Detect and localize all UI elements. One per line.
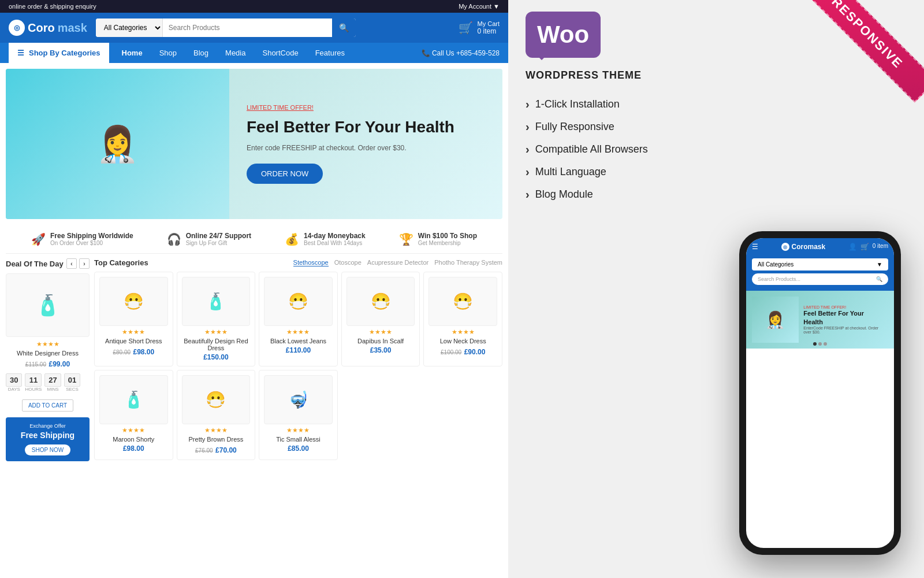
countdown-mins: 27 (44, 373, 61, 387)
prev-arrow[interactable]: ‹ (66, 258, 77, 269)
nav-shop[interactable]: Shop (152, 43, 184, 63)
product-name-1: Antique Short Dress (99, 338, 168, 344)
phone-search-area: All Categories ▼ Search Products... 🔍 (746, 255, 894, 291)
countdown-hours: 11 (25, 373, 42, 387)
product-stars-2: ★★★★ (182, 328, 251, 336)
categories-header: Top Categories Stethoscope Otoscope Acup… (94, 258, 502, 267)
phone-dot-1 (813, 342, 817, 346)
hero-title: Feel Better For Your Health (247, 117, 485, 138)
tab-photho[interactable]: Photho Therapy System (434, 259, 502, 266)
tab-otoscope[interactable]: Otoscope (334, 259, 362, 266)
product-price-4: £35.00 (346, 346, 415, 354)
menu-icon: ☰ (17, 49, 24, 57)
search-button[interactable]: 🔍 (332, 18, 356, 37)
nav-shortcode[interactable]: ShortCode (255, 43, 305, 63)
deal-section: Deal Of The Day ‹ › 🧴 ★★★★ White Designe… (6, 258, 90, 461)
phone-mockup: ☰ ◎ Coromask 👤 🛒 0 item All Categ (710, 231, 924, 578)
deal-title: Deal Of The Day (6, 260, 64, 268)
product-price-3: £110.00 (264, 346, 333, 354)
feature-moneyback: 💰 14-day Moneyback Best Deal With 14days (285, 232, 366, 246)
phone-search-input[interactable]: Search Products... 🔍 (752, 273, 888, 285)
categories-label: Shop By Categories (29, 49, 100, 57)
cart-area[interactable]: 🛒 My Cart 0 item (459, 20, 500, 35)
phone-cat-label: All Categories (758, 261, 793, 268)
countdown-days: 30 (6, 373, 22, 387)
cart-label: My Cart (478, 20, 500, 27)
product-price-old-7: £76.00 (195, 447, 213, 454)
hero-label: LIMITED TIME OFFER! (247, 104, 485, 111)
feature-support-sub: Sign Up For Gift (186, 240, 251, 246)
countdown-days-label: DAYS (6, 387, 22, 392)
feature-win-sub: Get Membership (418, 240, 477, 246)
categories-button[interactable]: ☰ Shop By Categories (9, 43, 109, 63)
logo-icon: ◎ (9, 20, 25, 36)
countdown-secs: 01 (64, 373, 80, 387)
hero-banner: 👩‍⚕️ LIMITED TIME OFFER! Feel Better For… (6, 69, 502, 219)
feature-support: 🎧 Online 24/7 Support Sign Up For Gift (167, 232, 251, 246)
phone-screen: ☰ ◎ Coromask 👤 🛒 0 item All Categ (746, 238, 894, 548)
product-stars-4: ★★★★ (346, 328, 415, 336)
phone-logo-text: Coromask (792, 243, 826, 251)
product-stars-6: ★★★★ (99, 427, 168, 434)
product-price-old-1: £80.00 (113, 349, 131, 355)
deal-product: 🧴 ★★★★ White Designer Dress £115.00 £99.… (6, 273, 90, 414)
feature-item-3: Compatible All Browsers (526, 138, 907, 161)
product-price-old-5: £100.00 (441, 349, 461, 355)
product-image-3: 😷 (264, 277, 333, 326)
nav-media[interactable]: Media (218, 43, 252, 63)
logo[interactable]: ◎ Coromask (9, 20, 87, 36)
cart-icon: 🛒 (459, 21, 473, 35)
tab-stethoscope[interactable]: Stethoscope (293, 259, 329, 266)
product-card-1: 😷 ★★★★ Antique Short Dress £80.00 £98.00 (94, 272, 173, 366)
nav-home[interactable]: Home (115, 43, 150, 63)
hero-subtitle: Enter code FREESHIP at checkout. Order o… (247, 144, 485, 152)
add-to-cart-button[interactable]: ADD TO CART (22, 399, 73, 412)
topbar-right[interactable]: My Account ▼ (459, 3, 500, 10)
product-card-5: 😷 ★★★★ Low Neck Dress £100.00 £90.00 (423, 272, 502, 366)
phone-carousel-dots (813, 342, 827, 346)
product-name-5: Low Neck Dress (429, 338, 497, 344)
phone-notch (803, 231, 837, 236)
woo-logo: Woo (526, 12, 601, 58)
product-name-4: Dapibus In Scalf (346, 338, 415, 344)
store-preview: online order & shipping enquiry My Accou… (0, 0, 508, 578)
phone-dot-2 (818, 342, 822, 346)
phone-hero-image: 👩‍⚕️ (752, 297, 799, 343)
categories-title: Top Categories (94, 258, 148, 267)
phone-dot-3 (824, 342, 827, 346)
feature-item-5: Blog Module (526, 183, 907, 206)
phone-header: ☰ ◎ Coromask 👤 🛒 0 item (746, 238, 894, 255)
deal-product-image: 🧴 (6, 273, 90, 337)
product-card-7: 😷 ★★★★ Pretty Brown Dress £76.00 £70.00 (177, 370, 256, 460)
phone-cat-arrow: ▼ (877, 261, 882, 268)
feature-win-title: Win $100 To Shop (418, 232, 477, 240)
product-name-6: Maroon Shorty (99, 436, 168, 443)
product-card-2: 🧴 ★★★★ Beautifully Design Red Dress £150… (177, 272, 256, 366)
search-input[interactable] (163, 19, 332, 36)
product-price-7: £70.00 (215, 446, 237, 454)
phone-hero-text: LIMITED TIME OFFER! Feel Better For Your… (799, 302, 888, 337)
order-now-button[interactable]: ORDER NOW (247, 164, 323, 184)
product-image-5: 😷 (429, 277, 497, 326)
exchange-offer: Exchange Offer Free Shipping SHOP NOW (6, 417, 90, 461)
shop-now-button[interactable]: SHOP NOW (25, 444, 70, 455)
hero-content: LIMITED TIME OFFER! Feel Better For Your… (229, 92, 502, 195)
phone-search-placeholder: Search Products... (758, 276, 800, 282)
feature-shipping-title: Free Shipping Worldwide (50, 232, 133, 240)
win-icon: 🏆 (399, 232, 413, 246)
exchange-label: Exchange Offer (12, 423, 84, 429)
phone-hero-sub: EnterCode FREESHIP at checkout. Order ov… (803, 326, 884, 334)
nav-blog[interactable]: Blog (187, 43, 215, 63)
feature-moneyback-sub: Best Deal With 14days (304, 240, 366, 246)
tab-acupressure[interactable]: Acupressure Detector (367, 259, 429, 266)
cart-count: 0 item (478, 27, 500, 35)
category-select[interactable]: All Categories (96, 18, 163, 37)
product-name-2: Beautifully Design Red Dress (182, 338, 251, 351)
next-arrow[interactable]: › (79, 258, 90, 269)
moneyback-icon: 💰 (285, 232, 299, 246)
product-stars-3: ★★★★ (264, 328, 333, 336)
phone-category-select[interactable]: All Categories ▼ (752, 258, 888, 271)
feature-moneyback-title: 14-day Moneyback (304, 232, 366, 240)
nav-phone: 📞 Call Us +685-459-528 (422, 49, 500, 57)
nav-features[interactable]: Features (308, 43, 352, 63)
